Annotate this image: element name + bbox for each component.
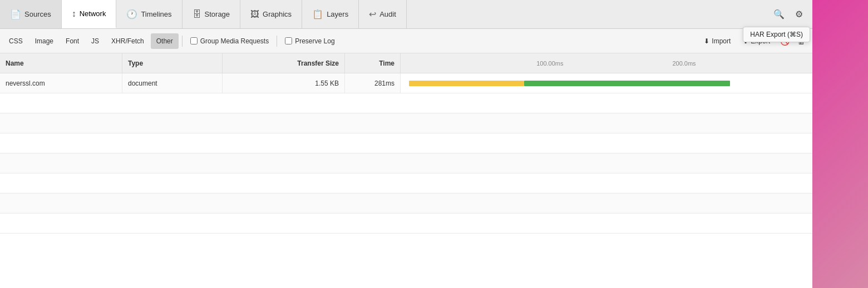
tooltip-label: HAR Export (⌘S) (750, 31, 803, 38)
filter-css-label: CSS (9, 37, 23, 45)
tab-layers[interactable]: 📋 Layers (302, 0, 359, 28)
search-button[interactable]: 🔍 (770, 6, 788, 23)
preserve-log-input[interactable] (285, 37, 292, 44)
tab-layers-label: Layers (327, 10, 348, 18)
table-row[interactable]: neverssl.com document 1.55 KB 281ms (0, 73, 812, 93)
tab-audit[interactable]: ↩ Audit (359, 0, 407, 28)
group-media-checkbox[interactable]: Group Media Requests (186, 37, 273, 45)
filter-other[interactable]: Other (151, 33, 179, 49)
preserve-log-checkbox[interactable]: Preserve Log (280, 37, 339, 45)
empty-row-3 (0, 133, 812, 153)
filter-css[interactable]: CSS (3, 33, 28, 49)
waterfall-tick-2: 200.0ms (672, 60, 696, 67)
tab-storage[interactable]: 🗄 Storage (183, 0, 241, 28)
filter-xhr-label: XHR/Fetch (111, 37, 144, 45)
tab-graphics-label: Graphics (263, 10, 292, 18)
cell-type: document (122, 73, 223, 93)
filter-image[interactable]: Image (29, 33, 59, 49)
empty-row-4 (0, 153, 812, 173)
filter-js[interactable]: JS (86, 33, 105, 49)
col-header-type[interactable]: Type (122, 53, 223, 73)
filter-js-label: JS (91, 37, 99, 45)
empty-row-1 (0, 93, 812, 113)
filter-image-label: Image (35, 37, 53, 45)
settings-button[interactable]: ⚙ (790, 6, 808, 23)
col-header-size[interactable]: Transfer Size (223, 53, 345, 73)
empty-row-5 (0, 173, 812, 193)
preserve-log-label: Preserve Log (295, 37, 334, 45)
tab-graphics[interactable]: 🖼 Graphics (240, 0, 302, 28)
tab-actions: 🔍 ⚙ (766, 0, 812, 28)
filter-font-label: Font (66, 37, 79, 45)
tab-network[interactable]: ↕ Network (62, 0, 117, 28)
sources-icon: 📄 (10, 9, 21, 19)
col-header-name[interactable]: Name (0, 53, 122, 73)
col-header-waterfall: 100.00ms 200.0ms (401, 53, 812, 73)
timelines-icon: 🕐 (126, 9, 137, 19)
col-header-time[interactable]: Time (345, 53, 401, 73)
filter-other-label: Other (156, 37, 173, 45)
filter-separator-1 (182, 36, 183, 47)
waterfall-bar-yellow (409, 81, 524, 86)
waterfall-bar-green (524, 81, 730, 86)
waterfall-tick-1: 100.00ms (536, 60, 563, 67)
import-icon: ⬇ (704, 37, 709, 45)
filter-font[interactable]: Font (60, 33, 85, 49)
tab-storage-label: Storage (205, 10, 230, 18)
filter-separator-2 (277, 36, 277, 47)
filter-xhr[interactable]: XHR/Fetch (106, 33, 150, 49)
cell-size: 1.55 KB (223, 73, 345, 93)
tab-audit-label: Audit (379, 10, 396, 18)
network-icon: ↕ (72, 9, 76, 19)
column-headers: Name Type Transfer Size Time 100.00ms 20… (0, 53, 812, 73)
group-media-label: Group Media Requests (200, 37, 269, 45)
empty-row-7 (0, 213, 812, 234)
tab-bar: 📄 Sources ↕ Network 🕐 Timelines 🗄 Storag… (0, 0, 812, 29)
cell-waterfall (401, 73, 812, 93)
tab-sources-label: Sources (24, 10, 51, 18)
cell-time: 281ms (345, 73, 401, 93)
tab-sources[interactable]: 📄 Sources (0, 0, 62, 28)
cell-name: neverssl.com (0, 73, 122, 93)
tab-timelines-label: Timelines (141, 10, 171, 18)
empty-rows (0, 93, 812, 288)
audit-icon: ↩ (369, 9, 376, 19)
group-media-input[interactable] (190, 37, 198, 44)
har-export-tooltip: HAR Export (⌘S) (743, 27, 810, 42)
import-label: Import (712, 37, 731, 45)
tab-network-label: Network (80, 9, 106, 18)
tab-timelines[interactable]: 🕐 Timelines (116, 0, 182, 28)
graphics-icon: 🖼 (250, 9, 259, 19)
search-icon: 🔍 (773, 9, 785, 19)
import-button[interactable]: ⬇ Import (698, 33, 736, 49)
gear-icon: ⚙ (795, 9, 803, 19)
empty-row-2 (0, 113, 812, 133)
storage-icon: 🗄 (193, 9, 201, 19)
filter-bar: CSS Image Font JS XHR/Fetch Other Group … (0, 29, 812, 53)
layers-icon: 📋 (312, 9, 323, 19)
empty-row-6 (0, 193, 812, 213)
